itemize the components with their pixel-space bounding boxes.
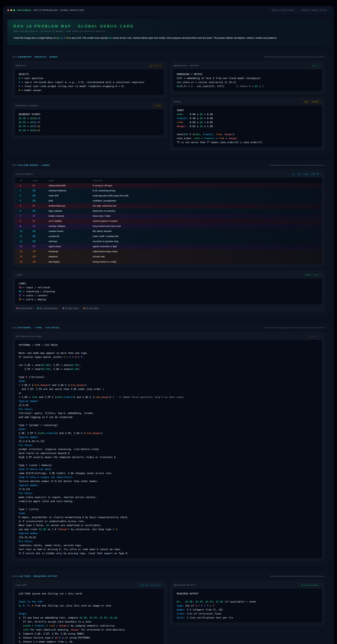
page-subtitle: ONE FAILING RUN IN · 16 WAYS TO BREAK · … (14, 30, 324, 32)
lane-legend-label: IN · input / retrieval (19, 308, 32, 309)
panel-llm-task-label: LLM TASK (16, 584, 27, 586)
code-line: make state explicit in inputs, shorten a… (19, 495, 318, 499)
cell-no: 9 (20, 225, 32, 228)
panel-objects-label: OBJECTS (16, 65, 26, 67)
lane-legend-chip: OP · infra / deploy (82, 307, 100, 310)
cell-lane: ST (32, 225, 48, 228)
column-header-name: NAME (48, 180, 93, 182)
app-name: RAG-DEBUG (17, 9, 31, 11)
code-line: 2. Compute Z_QE, Z_EP, Z_PA, Z_QA using … (19, 632, 160, 636)
intro-paragraph: Feed this image plus a single failing ru… (14, 36, 324, 40)
section-geometry: [01] GEOMETRY · OBJECTS · ZONES Q/E/P/A … (7, 52, 330, 154)
code-line: stabilize agent roles and turn-taking. (19, 499, 318, 503)
cell-symptom: sim high, relevance low (93, 204, 322, 207)
code-line: A = model answer (19, 88, 160, 92)
cell-no: 10 (20, 230, 32, 232)
code-line (19, 596, 160, 600)
code-line (19, 503, 318, 507)
table-row: 9STentropy collapselong context turns in… (15, 224, 322, 229)
modes-badge: NO / LANE / NAME / SYMPTOM (290, 172, 322, 176)
section-llm-task: [04] LLM TASK · REQUIRED OUTPUT What any… (7, 571, 330, 644)
window-titlebar: RAG-DEBUG · RAG 16 PROBLEM MAP · GLOBAL … (3, 6, 334, 14)
modes-table: NO LANE NAME SYMPTOM 1INhallucination/dr… (15, 178, 322, 264)
maximize-icon[interactable] (13, 9, 15, 11)
cell-lane: ST (32, 215, 48, 218)
code-line: safe: 0.00 ≤ ΔS < 0.40 (177, 112, 318, 116)
table-row: 15OPdeadlockcircular wait (15, 254, 322, 259)
code-line (19, 608, 160, 612)
close-icon[interactable] (7, 9, 9, 11)
cell-lane: RE (32, 230, 48, 232)
cell-no: 11 (20, 235, 32, 238)
table-row: 4REbluffconfident, unsupported (15, 198, 322, 204)
code-line: transit: 0.40 ≤ ΔS < 0.60 (177, 116, 318, 120)
column-header-no: NO (20, 180, 32, 182)
code-line: Note: one mode may appear in more than o… (19, 351, 318, 355)
panel-lanes: LANES WHERE IT FAILS LANESIN = input / r… (12, 270, 325, 312)
code-line: ZONES (177, 108, 318, 112)
cell-name: misread evidence (48, 189, 93, 192)
cell-lane: RE (32, 240, 48, 243)
llm-task-badge: GIVEN ONE FAILING RUN (137, 584, 164, 587)
minimize-icon[interactable] (10, 9, 12, 11)
code-line: LANES (19, 282, 318, 286)
code-line: E = top-k retrieved docs (small k, e.g.,… (19, 80, 160, 84)
cell-lane: IN (32, 184, 48, 187)
lanes-badge: WHERE IT FAILS (302, 273, 322, 276)
code-line: {7,9,13} (19, 487, 318, 491)
code-line: Cond: (19, 379, 318, 383)
panel-embedding-metric: EMBEDDING + METRIC ΔS(X,Y) EMBEDDING + M… (170, 61, 325, 94)
code-line: Input to the LLM: (19, 600, 160, 604)
cell-name: deadlock (48, 255, 93, 258)
table-row: 8INno E visibilitycannot inspect E conte… (15, 219, 322, 224)
code-line: fixes: list of structural_fixes (177, 612, 318, 616)
section-02-note: 16 named failure modes across 4 lanes. U… (269, 164, 325, 166)
section-01-title: [01] GEOMETRY · OBJECTS · ZONES (12, 56, 58, 58)
code-line: hard limits on speculation beyond E. (19, 451, 318, 455)
code-line: OP = infra / deploy (19, 298, 318, 302)
code-line: Steps: (19, 612, 160, 616)
code-line: 3. Choose failure_type ∈ {R,P,S,I} using… (19, 636, 160, 640)
code-line: RE = reasoning / planning (19, 290, 318, 294)
cell-name: embed false pos (48, 204, 93, 207)
cell-lane: RE (32, 194, 48, 197)
cell-no: 14 (20, 250, 32, 253)
section-04-title: [04] LLM TASK · REQUIRED OUTPUT (12, 575, 58, 577)
cell-lane: IN (32, 204, 48, 207)
semantic-firewall-button[interactable]: SEMANTIC FIREWALL FOR RAG (298, 8, 330, 12)
embedding-code: EMBEDDING + METRICI(X) = embedding of te… (173, 69, 322, 91)
code-line (19, 371, 318, 375)
table-row: 6RElogic collapsedead-end, no recovery (15, 208, 322, 214)
panel-boundary-label: BOUNDARY SCORES (16, 105, 38, 107)
code-line: ΔS(X,Y) = 1 - cos_sim(I(X), I(Y)) // hen… (177, 84, 318, 88)
code-line: High Z_EP usually means the template dis… (19, 455, 318, 459)
cell-symptom: circular wait (93, 255, 322, 258)
cell-symptom: dead-end, no recovery (93, 210, 322, 212)
image-as-debug-prompt-button[interactable]: IMAGE-AS-DEBUG PROMPT (269, 8, 297, 12)
section-03-title: [03] PATTERNS → TYPE → FIX FOCUS (12, 326, 60, 329)
code-line: Fix focus: (19, 407, 318, 411)
code-line: risk: 0.60 ≤ ΔS < 0.85 (177, 120, 318, 124)
cell-symptom: confident, unsupported (93, 200, 322, 202)
code-line: Type I (infra) (19, 507, 318, 511)
table-row: 11REsymbol failcode / math / symbols fai… (15, 234, 322, 239)
code-line: ( Z_QE ∈ {risk,danger} and Z_QA ∈ {risk,… (19, 383, 318, 387)
cell-name: entropy collapse (48, 225, 93, 228)
column-header-symptom: SYMPTOM (93, 180, 322, 182)
lane-legend-label: RE · reasoning / planning (40, 308, 57, 309)
panel-16-rag-modes: 16 RAG MODES NO / LANE / NAME / SYMPTOM … (12, 170, 325, 267)
code-line: OBJECTS (19, 72, 160, 76)
page-title: RAG 16 PROBLEM MAP · GLOBAL DEBUG CARD (14, 24, 324, 28)
traffic-lights (7, 9, 15, 11)
code-line: prompt structure, stepwise reasoning, ci… (19, 447, 318, 451)
code-line: Fix focus: (19, 491, 318, 495)
section-failure-modes: [02] FAILURE MODES · LANES 16 named fail… (7, 160, 330, 316)
code-line: ΔS_QE = ΔS(Q,E) (19, 116, 160, 120)
cell-symptom: long context turns into noise (93, 225, 322, 228)
section-04-note: What any LLM must do when you feed this … (270, 575, 325, 578)
code-line: ΔS_EP = ΔS(E,P) (19, 120, 160, 124)
code-line: Typical modes: (19, 483, 318, 487)
code-line: Fix focus: (19, 539, 318, 543)
cell-name: bluff (48, 200, 93, 202)
table-row: 13STagent chaosagents overwrite or fight (15, 244, 322, 249)
